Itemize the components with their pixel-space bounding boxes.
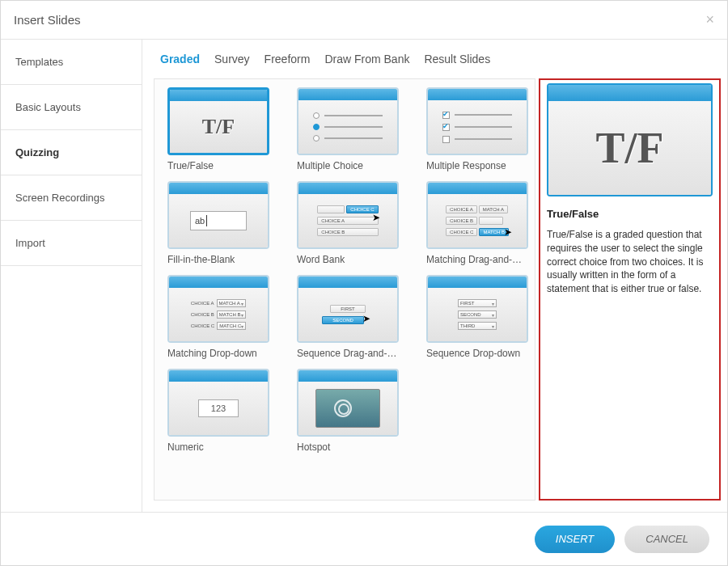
grid-item-label: Sequence Drag-and-… bbox=[287, 348, 408, 359]
grid-item-word-bank[interactable]: CHOICE C CHOICE A CHOICE B ➤ Word Bank bbox=[287, 181, 408, 265]
question-grid: T/F True/False bbox=[154, 78, 535, 501]
sequence-dropdown-icon: FIRST▾ SECOND▾ THIRD▾ bbox=[458, 299, 497, 330]
grid-item-label: Multiple Choice bbox=[287, 160, 408, 171]
preview-thumb: T/F bbox=[547, 83, 713, 196]
cursor-icon: ➤ bbox=[372, 212, 380, 223]
grid-item-hotspot[interactable]: Hotspot bbox=[287, 369, 408, 453]
thumb-sequence-dropdown[interactable]: FIRST▾ SECOND▾ THIRD▾ bbox=[426, 275, 528, 343]
grid-item-label: Sequence Drop-down bbox=[417, 348, 535, 359]
grid-item-label: Fill-in-the-Blank bbox=[158, 254, 279, 265]
insert-slides-dialog: Insert Slides × Templates Basic Layouts … bbox=[0, 0, 728, 566]
tab-freeform[interactable]: Freeform bbox=[265, 53, 311, 65]
grid-item-sequence-drag[interactable]: FIRST SECOND ➤ Sequence Drag-and-… bbox=[287, 275, 408, 359]
multiple-choice-icon bbox=[313, 112, 382, 142]
grid-item-label: Hotspot bbox=[287, 441, 408, 453]
numeric-icon: 123 bbox=[198, 399, 239, 417]
grid-item-label: Word Bank bbox=[287, 254, 408, 265]
tab-draw-from-bank[interactable]: Draw From Bank bbox=[324, 53, 409, 65]
grid-item-sequence-dropdown[interactable]: FIRST▾ SECOND▾ THIRD▾ Sequence Drop-down bbox=[417, 275, 535, 359]
sidebar-item-label: Screen Recordings bbox=[15, 192, 105, 204]
sidebar-item-import[interactable]: Import bbox=[1, 221, 142, 266]
sidebar-item-basic-layouts[interactable]: Basic Layouts bbox=[1, 85, 142, 130]
grid-item-matching-dropdown[interactable]: CHOICE AMATCH A▾ CHOICE BMATCH B▾ CHOICE… bbox=[158, 275, 279, 359]
insert-button[interactable]: INSERT bbox=[535, 526, 615, 553]
sidebar-item-label: Import bbox=[15, 237, 45, 249]
matching-drag-icon: CHOICE AMATCH A CHOICE B CHOICE CMATCH B… bbox=[446, 205, 509, 236]
multiple-response-icon bbox=[442, 112, 511, 143]
preview-panel: T/F True/False True/False is a graded qu… bbox=[539, 78, 721, 501]
grid-item-matching-drag[interactable]: CHOICE AMATCH A CHOICE B CHOICE CMATCH B… bbox=[417, 181, 535, 265]
grid-item-label: Matching Drop-down bbox=[158, 348, 279, 359]
dialog-body: Templates Basic Layouts Quizzing Screen … bbox=[1, 40, 727, 512]
grid-item-multiple-response[interactable]: Multiple Response bbox=[417, 87, 535, 171]
content-row: T/F True/False bbox=[142, 74, 727, 512]
tab-survey[interactable]: Survey bbox=[214, 53, 250, 65]
thumb-multiple-response[interactable] bbox=[426, 87, 528, 155]
grid-item-label: Matching Drag-and-… bbox=[417, 254, 535, 265]
close-icon[interactable]: × bbox=[705, 11, 714, 28]
sidebar-item-quizzing[interactable]: Quizzing bbox=[1, 130, 142, 175]
sidebar-item-templates[interactable]: Templates bbox=[1, 40, 142, 85]
fill-blank-icon: ab bbox=[190, 211, 247, 230]
grid-item-multiple-choice[interactable]: Multiple Choice bbox=[287, 87, 408, 171]
grid-item-label: Numeric bbox=[158, 441, 279, 453]
sidebar-item-label: Basic Layouts bbox=[15, 101, 81, 113]
thumb-multiple-choice[interactable] bbox=[297, 87, 399, 155]
sidebar-item-screen-recordings[interactable]: Screen Recordings bbox=[1, 175, 142, 221]
tf-icon: T/F bbox=[595, 123, 663, 173]
word-bank-icon: CHOICE C CHOICE A CHOICE B ➤ bbox=[317, 205, 378, 236]
tab-result-slides[interactable]: Result Slides bbox=[424, 53, 490, 65]
sidebar: Templates Basic Layouts Quizzing Screen … bbox=[1, 40, 142, 512]
thumb-sequence-drag[interactable]: FIRST SECOND ➤ bbox=[297, 275, 399, 343]
tabs: Graded Survey Freeform Draw From Bank Re… bbox=[142, 40, 727, 74]
hotspot-icon bbox=[315, 389, 380, 428]
dialog-title: Insert Slides bbox=[14, 13, 81, 27]
grid-item-label: True/False bbox=[158, 160, 279, 171]
thumb-true-false[interactable]: T/F bbox=[167, 87, 269, 155]
main-panel: Graded Survey Freeform Draw From Bank Re… bbox=[142, 40, 727, 512]
thumb-word-bank[interactable]: CHOICE C CHOICE A CHOICE B ➤ bbox=[297, 181, 399, 249]
preview-title: True/False bbox=[547, 208, 713, 220]
sidebar-item-label: Templates bbox=[15, 56, 63, 68]
thumb-numeric[interactable]: 123 bbox=[167, 369, 269, 437]
grid-item-label: Multiple Response bbox=[417, 160, 535, 171]
tf-icon: T/F bbox=[202, 115, 235, 139]
cursor-icon: ➤ bbox=[504, 226, 512, 238]
dialog-footer: INSERT CANCEL bbox=[1, 512, 727, 565]
matching-dropdown-icon: CHOICE AMATCH A▾ CHOICE BMATCH B▾ CHOICE… bbox=[191, 299, 246, 330]
sidebar-item-label: Quizzing bbox=[15, 146, 59, 158]
cancel-button[interactable]: CANCEL bbox=[624, 526, 709, 553]
grid-item-fill-blank[interactable]: ab Fill-in-the-Blank bbox=[158, 181, 279, 265]
tab-graded[interactable]: Graded bbox=[160, 53, 200, 65]
sequence-drag-icon: FIRST SECOND ➤ bbox=[330, 305, 366, 324]
thumb-matching-drag[interactable]: CHOICE AMATCH A CHOICE B CHOICE CMATCH B… bbox=[426, 181, 528, 249]
grid-item-true-false[interactable]: T/F True/False bbox=[158, 87, 279, 171]
preview-description: True/False is a graded question that req… bbox=[547, 228, 713, 296]
titlebar: Insert Slides × bbox=[1, 1, 727, 40]
grid-item-numeric[interactable]: 123 Numeric bbox=[158, 369, 279, 453]
cursor-icon: ➤ bbox=[362, 313, 370, 324]
thumb-matching-dropdown[interactable]: CHOICE AMATCH A▾ CHOICE BMATCH B▾ CHOICE… bbox=[167, 275, 269, 343]
thumb-hotspot[interactable] bbox=[297, 369, 399, 437]
thumb-fill-blank[interactable]: ab bbox=[167, 181, 269, 249]
